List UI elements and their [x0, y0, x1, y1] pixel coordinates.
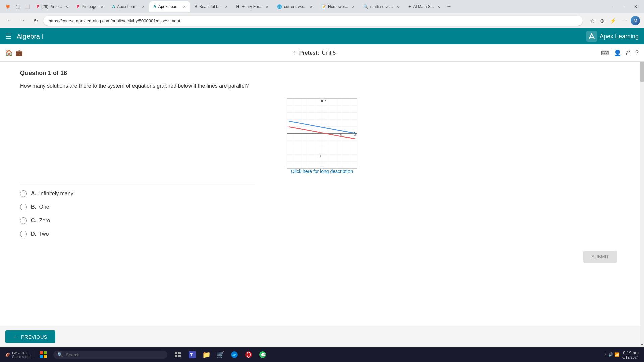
- home-button[interactable]: 🏠: [5, 49, 13, 57]
- toolbar-icons: ☆ ⊕ ⚡ ⋯ M: [588, 16, 640, 25]
- tab-circle[interactable]: ◯: [14, 1, 22, 12]
- close-icon[interactable]: ✕: [437, 5, 440, 9]
- time-display: 8:19 am: [622, 350, 639, 355]
- tab-label: Apex Lear...: [158, 4, 180, 9]
- search-input[interactable]: [66, 352, 163, 357]
- answer-divider: [20, 185, 255, 185]
- extensions-button[interactable]: ⚡: [608, 16, 619, 25]
- address-input[interactable]: [43, 16, 583, 26]
- minimize-button[interactable]: –: [608, 3, 618, 10]
- new-tab-button[interactable]: +: [445, 3, 454, 10]
- help-button[interactable]: ?: [635, 49, 639, 56]
- edge-taskbar-button[interactable]: [228, 348, 241, 361]
- tab-apexlearn1[interactable]: A Apex Lear... ✕: [108, 1, 149, 12]
- tab-bar: 🦊 ◯ ⬜ P (29) Pinte... ✕ P Pin page ✕ A A…: [0, 0, 644, 13]
- tab-beautiful[interactable]: B Beautiful b... ✕: [191, 1, 232, 12]
- choice-a-label: A. Infinitely many: [31, 191, 73, 197]
- close-icon[interactable]: ✕: [352, 5, 355, 9]
- windows-logo-icon: [40, 351, 47, 358]
- close-icon[interactable]: ✕: [225, 5, 228, 9]
- svg-rect-34: [178, 352, 181, 354]
- previous-button[interactable]: ← PREVIOUS: [5, 330, 55, 343]
- close-icon[interactable]: ✕: [183, 5, 186, 9]
- taskbar-search-bar[interactable]: 🔍: [53, 351, 167, 359]
- app-title: Algebra I: [17, 33, 586, 40]
- bookmark-button[interactable]: ☆: [588, 16, 597, 25]
- submit-button[interactable]: SUBMIT: [583, 251, 617, 263]
- tab-pinterest1[interactable]: P (29) Pinte... ✕: [33, 1, 72, 12]
- taskview-button[interactable]: [171, 348, 185, 361]
- scroll-thumb[interactable]: [640, 62, 644, 82]
- choice-d-label: D. Two: [31, 231, 49, 237]
- tab-homework[interactable]: 📝 Homewor... ✕: [317, 1, 359, 12]
- tab-square[interactable]: ⬜: [23, 1, 32, 12]
- game-label: GB - DET: [12, 351, 30, 355]
- back-button[interactable]: ←: [4, 16, 15, 25]
- close-icon[interactable]: ✕: [142, 5, 145, 9]
- radio-a[interactable]: [20, 190, 27, 197]
- choice-b[interactable]: B. One: [20, 204, 624, 210]
- apex-learning-logo: Apex Learning: [586, 31, 639, 42]
- choice-c-label: C. Zero: [31, 218, 50, 224]
- amazon-button[interactable]: 🛒: [214, 348, 227, 361]
- maximize-button[interactable]: □: [619, 3, 629, 10]
- translate-button[interactable]: ⌨: [601, 49, 610, 57]
- tab-label: Henry For...: [241, 4, 262, 9]
- apex-favicon1: A: [112, 4, 115, 9]
- refresh-button[interactable]: ↻: [31, 16, 41, 25]
- header-right-icons: ⌨ 👤 🖨 ?: [601, 49, 639, 57]
- briefcase-button[interactable]: 💼: [15, 49, 23, 57]
- mathsolve-favicon: 🔍: [363, 4, 368, 9]
- long-description-link[interactable]: Click here for long description: [291, 169, 353, 174]
- user-button[interactable]: 👤: [614, 49, 621, 57]
- choice-a[interactable]: A. Infinitely many: [20, 190, 624, 197]
- square-icon: ⬜: [25, 4, 30, 9]
- tab-mathsolve[interactable]: 🔍 math solve... ✕: [359, 1, 403, 12]
- aimath-favicon: ✦: [408, 4, 411, 9]
- close-icon[interactable]: ✕: [396, 5, 399, 9]
- sub-header: 🏠 💼 ↑ Pretest: Unit 5 ⌨ 👤 🖨 ?: [0, 44, 644, 62]
- explorer-button[interactable]: 📁: [200, 348, 213, 361]
- svg-rect-29: [40, 351, 43, 354]
- close-icon[interactable]: ✕: [101, 5, 103, 9]
- edge-icon: M: [631, 16, 640, 25]
- profile-button[interactable]: ⊕: [598, 16, 606, 25]
- svg-rect-31: [40, 355, 43, 358]
- tab-pinpage[interactable]: P Pin page ✕: [73, 1, 107, 12]
- close-icon[interactable]: ✕: [65, 5, 68, 9]
- circle-icon: ◯: [16, 4, 20, 9]
- tab-label: Al Math S...: [413, 4, 434, 9]
- beautiful-favicon: B: [195, 4, 197, 9]
- radio-c[interactable]: [20, 217, 27, 224]
- svg-text:-5: -5: [319, 154, 321, 157]
- tab-aimath[interactable]: ✦ Al Math S... ✕: [404, 1, 444, 12]
- menu-button[interactable]: ⋯: [620, 16, 629, 25]
- teams-button[interactable]: T: [185, 348, 199, 361]
- choice-c[interactable]: C. Zero: [20, 217, 624, 224]
- scroll-down-arrow[interactable]: ▼: [640, 342, 644, 347]
- choice-d[interactable]: D. Two: [20, 231, 624, 237]
- whatsapp-button[interactable]: 💬: [256, 348, 269, 361]
- radio-b[interactable]: [20, 204, 27, 210]
- tab-firefox[interactable]: 🦊: [3, 1, 13, 12]
- start-button[interactable]: [36, 348, 51, 361]
- tab-henryford[interactable]: H Henry For... ✕: [232, 1, 272, 12]
- hamburger-menu-button[interactable]: ☰: [5, 32, 11, 40]
- opera-button[interactable]: [242, 348, 255, 361]
- svg-text:y: y: [324, 98, 326, 102]
- forward-button[interactable]: →: [17, 16, 28, 25]
- close-window-button[interactable]: ✕: [630, 3, 641, 10]
- taskbar-game: 🏈 GB - DET Game score: [3, 351, 33, 359]
- tab-apexlearn2-active[interactable]: A Apex Lear... ✕: [149, 1, 190, 12]
- graph-container: y x -5 5 Click here for long description: [20, 98, 624, 179]
- tab-currentwe[interactable]: 🌐 current we... ✕: [273, 1, 316, 12]
- svg-rect-30: [44, 351, 47, 354]
- close-icon[interactable]: ✕: [266, 5, 268, 9]
- radio-d[interactable]: [20, 231, 27, 237]
- explorer-icon: 📁: [202, 351, 211, 359]
- choice-c-text: Zero: [39, 218, 50, 223]
- tab-label: math solve...: [370, 4, 393, 9]
- print-button[interactable]: 🖨: [625, 49, 631, 56]
- choice-b-label: B. One: [31, 204, 49, 210]
- close-icon[interactable]: ✕: [310, 5, 312, 9]
